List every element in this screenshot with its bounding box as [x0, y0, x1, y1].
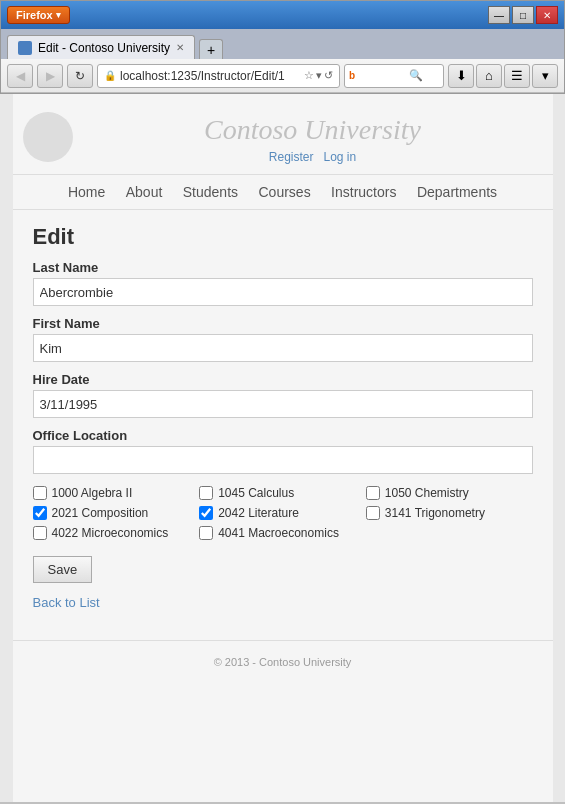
addons-icon: ☰ — [511, 68, 523, 83]
main-content: Edit Last Name First Name Hire Date Offi… — [13, 214, 553, 620]
page-title: Edit — [33, 224, 533, 250]
nav-about[interactable]: About — [126, 184, 163, 200]
course-label-1050: 1050 Chemistry — [385, 486, 469, 500]
forward-arrow-icon: ▶ — [46, 69, 55, 83]
download-icon: ⬇ — [456, 68, 467, 83]
save-button[interactable]: Save — [33, 556, 93, 583]
page-content: Contoso University Register Log in Home … — [0, 94, 565, 802]
toolbar-icons: ⬇ ⌂ ☰ ▾ — [448, 64, 558, 88]
reload-button[interactable]: ↻ — [67, 64, 93, 88]
course-label-1045: 1045 Calculus — [218, 486, 294, 500]
firefox-menu-button[interactable]: Firefox — [7, 6, 70, 24]
nav-home[interactable]: Home — [68, 184, 105, 200]
course-label-4041: 4041 Macroeconomics — [218, 526, 339, 540]
forward-button[interactable]: ▶ — [37, 64, 63, 88]
hire-date-label: Hire Date — [33, 372, 533, 387]
site-nav: Home About Students Courses Instructors … — [13, 174, 553, 210]
avatar — [23, 112, 73, 162]
course-item-4041: 4041 Macroeconomics — [199, 526, 366, 540]
home-icon: ⌂ — [485, 68, 493, 83]
address-text: localhost:1235/Instructor/Edit/1 — [120, 69, 300, 83]
active-tab[interactable]: Edit - Contoso University ✕ — [7, 35, 195, 59]
search-go-icon[interactable]: 🔍 — [409, 69, 423, 82]
address-bar[interactable]: 🔒 localhost:1235/Instructor/Edit/1 ☆ ▾ ↺ — [97, 64, 340, 88]
first-name-group: First Name — [33, 316, 533, 362]
lock-icon: 🔒 — [104, 70, 116, 81]
nav-courses[interactable]: Courses — [259, 184, 311, 200]
course-label-4022: 4022 Microeconomics — [52, 526, 169, 540]
star-icon[interactable]: ☆ — [304, 69, 314, 82]
first-name-input[interactable] — [33, 334, 533, 362]
course-checkbox-2042[interactable] — [199, 506, 213, 520]
course-label-2021: 2021 Composition — [52, 506, 149, 520]
course-item-2021: 2021 Composition — [33, 506, 200, 520]
hire-date-input[interactable] — [33, 390, 533, 418]
reload-icon: ↻ — [75, 69, 85, 83]
course-checkbox-4022[interactable] — [33, 526, 47, 540]
course-checkbox-3141[interactable] — [366, 506, 380, 520]
menu-button[interactable]: ▾ — [532, 64, 558, 88]
tab-favicon — [18, 41, 32, 55]
maximize-button[interactable]: □ — [512, 6, 534, 24]
bookmark-icon[interactable]: ▾ — [316, 69, 322, 82]
course-label-3141: 3141 Trigonometry — [385, 506, 485, 520]
auth-links: Register Log in — [73, 150, 553, 164]
last-name-input[interactable] — [33, 278, 533, 306]
back-arrow-icon: ◀ — [16, 69, 25, 83]
firefox-label: Firefox — [16, 9, 53, 21]
download-button[interactable]: ⬇ — [448, 64, 474, 88]
office-location-group: Office Location — [33, 428, 533, 474]
site-footer: © 2013 - Contoso University — [13, 640, 553, 683]
header-row: Contoso University Register Log in — [13, 114, 553, 164]
search-engine-logo: b — [349, 70, 355, 81]
course-item-4022: 4022 Microeconomics — [33, 526, 200, 540]
tab-title: Edit - Contoso University — [38, 41, 170, 55]
refresh-icon[interactable]: ↺ — [324, 69, 333, 82]
course-item-1050: 1050 Chemistry — [366, 486, 533, 500]
course-checkbox-1000[interactable] — [33, 486, 47, 500]
search-bar[interactable]: b 🔍 — [344, 64, 444, 88]
tab-bar: Edit - Contoso University ✕ + — [1, 29, 564, 59]
tab-close-icon[interactable]: ✕ — [176, 42, 184, 53]
course-item-3141: 3141 Trigonometry — [366, 506, 533, 520]
course-item-2042: 2042 Literature — [199, 506, 366, 520]
nav-bar: ◀ ▶ ↻ 🔒 localhost:1235/Instructor/Edit/1… — [1, 59, 564, 93]
address-icons: ☆ ▾ ↺ — [304, 69, 333, 82]
office-location-label: Office Location — [33, 428, 533, 443]
course-item-1045: 1045 Calculus — [199, 486, 366, 500]
addons-button[interactable]: ☰ — [504, 64, 530, 88]
site-header: Contoso University Register Log in — [13, 94, 553, 174]
course-label-1000: 1000 Algebra II — [52, 486, 133, 500]
course-checkbox-1045[interactable] — [199, 486, 213, 500]
last-name-label: Last Name — [33, 260, 533, 275]
back-to-list-link[interactable]: Back to List — [33, 595, 533, 610]
last-name-group: Last Name — [33, 260, 533, 306]
nav-instructors[interactable]: Instructors — [331, 184, 396, 200]
title-bar: Firefox — □ ✕ — [1, 1, 564, 29]
site-title: Contoso University — [73, 114, 553, 146]
nav-departments[interactable]: Departments — [417, 184, 497, 200]
minimize-button[interactable]: — — [488, 6, 510, 24]
site-wrapper: Contoso University Register Log in Home … — [13, 94, 553, 802]
office-location-input[interactable] — [33, 446, 533, 474]
courses-grid: 1000 Algebra II 1045 Calculus 1050 Chemi… — [33, 486, 533, 540]
back-button[interactable]: ◀ — [7, 64, 33, 88]
close-button[interactable]: ✕ — [536, 6, 558, 24]
search-input[interactable] — [357, 70, 407, 82]
login-link[interactable]: Log in — [324, 150, 357, 164]
course-checkbox-4041[interactable] — [199, 526, 213, 540]
window-controls: — □ ✕ — [488, 6, 558, 24]
course-label-2042: 2042 Literature — [218, 506, 299, 520]
course-checkbox-2021[interactable] — [33, 506, 47, 520]
hire-date-group: Hire Date — [33, 372, 533, 418]
footer-text: © 2013 - Contoso University — [214, 656, 352, 668]
nav-students[interactable]: Students — [183, 184, 238, 200]
register-link[interactable]: Register — [269, 150, 314, 164]
course-checkbox-1050[interactable] — [366, 486, 380, 500]
course-item-1000: 1000 Algebra II — [33, 486, 200, 500]
home-button[interactable]: ⌂ — [476, 64, 502, 88]
first-name-label: First Name — [33, 316, 533, 331]
new-tab-button[interactable]: + — [199, 39, 223, 59]
menu-icon: ▾ — [542, 68, 549, 83]
